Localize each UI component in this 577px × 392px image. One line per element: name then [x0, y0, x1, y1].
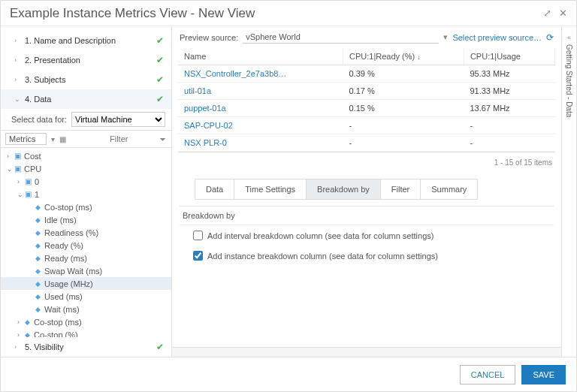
breakdown-panel: Breakdown by Add interval breakdown colu…	[180, 206, 554, 266]
chevron-down-icon[interactable]: ▾	[443, 32, 448, 42]
metrics-tree[interactable]: ›▣Cost⌄▣CPU›▣0⌄▣1◆Co-stop (ms)◆Idle (ms)…	[1, 148, 171, 337]
metrics-toolbar: Metrics ▾ ▦ ⏷	[1, 130, 171, 148]
wizard-panel: ›1. Name and Description✔›2. Presentatio…	[1, 26, 172, 357]
config-tabs: DataTime SettingsBreakdown byFilterSumma…	[195, 179, 478, 200]
wizard-step[interactable]: ›2. Presentation✔	[1, 50, 171, 70]
tree-node[interactable]: ◆Wait (ms)	[1, 303, 171, 315]
column-header[interactable]: Name	[178, 48, 343, 65]
tab-filter[interactable]: Filter	[381, 179, 421, 199]
select-data-dropdown[interactable]: Virtual Machine	[71, 112, 165, 127]
tree-node[interactable]: ⌄▣CPU	[1, 162, 171, 175]
interval-breakdown-label: Add interval breakdown column (see data …	[207, 231, 434, 240]
grid-icon[interactable]: ▦	[59, 135, 66, 143]
preview-source-value[interactable]: vSphere World	[243, 31, 439, 44]
tree-node[interactable]: ◆Used (ms)	[1, 290, 171, 303]
tree-node[interactable]: ◆Readiness (%)	[1, 226, 171, 239]
instance-breakdown-checkbox[interactable]	[193, 251, 203, 261]
wizard-step[interactable]: ›3. Subjects✔	[1, 70, 171, 89]
side-accordion[interactable]: « Getting Started - Data	[561, 26, 576, 357]
cancel-button[interactable]: CANCEL	[460, 365, 516, 384]
horizontal-scrollbar[interactable]	[172, 347, 561, 357]
tree-filter-input[interactable]	[110, 134, 155, 143]
wizard-step[interactable]: ›5. Visibility✔	[1, 337, 171, 357]
tree-node[interactable]: ›◆Co-stop (ms)	[1, 315, 171, 328]
metrics-dropdown[interactable]: Metrics	[5, 133, 47, 145]
tab-time-settings[interactable]: Time Settings	[234, 179, 307, 199]
pager: 1 - 15 of 15 items	[172, 155, 561, 173]
tree-node[interactable]: ›▣Cost	[1, 149, 171, 162]
table-row[interactable]: NSX PLR-0--	[178, 134, 555, 152]
content: ›1. Name and Description✔›2. Presentatio…	[1, 26, 576, 357]
wizard-step[interactable]: ›1. Name and Description✔	[1, 31, 171, 50]
preview-source-row: Preview source: vSphere World ▾ Select p…	[172, 26, 561, 48]
chevron-down-icon[interactable]: ▾	[51, 135, 55, 143]
tree-node[interactable]: ◆Swap Wait (ms)	[1, 264, 171, 277]
tree-node[interactable]: ⌄▣1	[1, 188, 171, 201]
tree-node[interactable]: ◆Ready (ms)	[1, 252, 171, 264]
save-button[interactable]: SAVE	[521, 365, 566, 384]
tree-node[interactable]: ›▣0	[1, 175, 171, 188]
instance-breakdown-label: Add instance breakdown column (see data …	[207, 252, 438, 261]
interval-breakdown-row[interactable]: Add interval breakdown column (see data …	[180, 225, 554, 246]
refresh-icon[interactable]: ⟳	[546, 32, 554, 43]
table-row[interactable]: SAP-CPU-02--	[178, 117, 555, 134]
panel-heading: Breakdown by	[180, 207, 554, 225]
preview-panel: Preview source: vSphere World ▾ Select p…	[172, 26, 561, 357]
footer: CANCEL SAVE	[1, 357, 576, 391]
tree-node[interactable]: ◆Co-stop (ms)	[1, 201, 171, 213]
interval-breakdown-checkbox[interactable]	[193, 231, 203, 240]
table-row[interactable]: util-01a0.17 %91.33 MHz	[178, 83, 555, 100]
filter-icon[interactable]: ⏷	[159, 135, 167, 143]
column-header[interactable]: CPU:1|Ready (%)↓	[343, 48, 464, 65]
table-row[interactable]: NSX_Controller_2e7a3b8…0.39 %95.33 MHz	[178, 65, 555, 83]
tab-data[interactable]: Data	[195, 179, 234, 199]
instance-breakdown-row[interactable]: Add instance breakdown column (see data …	[180, 246, 554, 266]
close-icon[interactable]: ✕	[559, 8, 567, 19]
column-header[interactable]: CPU:1|Usage	[464, 48, 554, 65]
preview-source-link[interactable]: Select preview source…	[452, 33, 542, 42]
tree-node[interactable]: ◆Idle (ms)	[1, 213, 171, 226]
wizard-step[interactable]: ⌄4. Data✔	[1, 89, 171, 109]
tab-breakdown-by[interactable]: Breakdown by	[307, 179, 381, 199]
dialog-title: Example Instance Metrics View - New View	[10, 6, 255, 21]
tree-node[interactable]: ›◆Co-stop (%)	[1, 328, 171, 337]
accordion-open-icon[interactable]: «	[567, 34, 571, 41]
titlebar: Example Instance Metrics View - New View…	[1, 1, 576, 26]
preview-table: NameCPU:1|Ready (%)↓CPU:1|Usage NSX_Cont…	[178, 48, 555, 152]
select-data-for: Select data for: Virtual Machine	[1, 109, 171, 130]
tree-node[interactable]: ◆Ready (%)	[1, 239, 171, 252]
table-row[interactable]: puppet-01a0.15 %13.67 MHz	[178, 100, 555, 117]
expand-icon[interactable]: ⤢	[543, 8, 551, 19]
preview-source-label: Preview source:	[180, 33, 238, 42]
dialog: Example Instance Metrics View - New View…	[0, 0, 577, 392]
tree-node[interactable]: ◆Usage (MHz)	[1, 277, 171, 290]
select-data-label: Select data for:	[11, 115, 67, 124]
accordion-label: Getting Started - Data	[565, 44, 573, 117]
tab-summary[interactable]: Summary	[421, 179, 477, 199]
